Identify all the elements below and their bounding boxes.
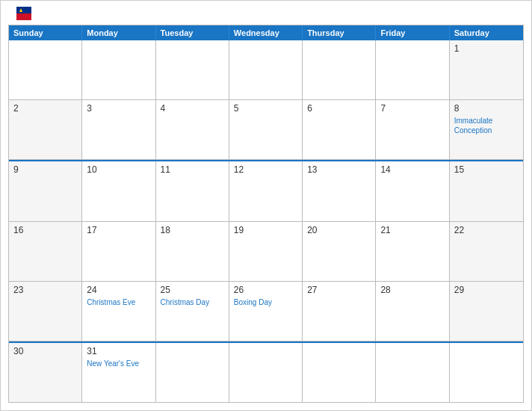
day-number: 2 — [13, 103, 77, 114]
day-header-saturday: Saturday — [450, 25, 523, 40]
day-cell: 23 — [9, 282, 82, 341]
day-header-sunday: Sunday — [9, 25, 82, 40]
day-cell: 11 — [156, 161, 229, 220]
day-number: 25 — [161, 285, 224, 295]
day-cell: 4 — [156, 100, 229, 159]
holiday-label: Christmas Eve — [87, 297, 150, 307]
day-number: 15 — [454, 164, 519, 175]
day-number: 12 — [234, 164, 297, 175]
day-cell — [156, 343, 229, 402]
day-cell: 2 — [9, 100, 82, 159]
day-cell: 30 — [9, 343, 82, 402]
day-cell: 9 — [9, 161, 82, 220]
week-row-3: 16171819202122 — [9, 222, 523, 282]
day-cell: 5 — [229, 100, 303, 159]
logo-flag-icon — [16, 7, 31, 20]
day-cell — [450, 343, 523, 402]
day-cell — [82, 40, 155, 99]
day-number: 1 — [454, 43, 519, 54]
day-headers-row: SundayMondayTuesdayWednesdayThursdayFrid… — [9, 25, 523, 40]
day-cell — [303, 343, 376, 402]
day-cell: 28 — [376, 282, 449, 341]
day-number: 13 — [307, 164, 371, 175]
day-cell: 15 — [450, 161, 523, 220]
day-number: 28 — [380, 285, 444, 295]
day-cell: 29 — [450, 282, 523, 341]
day-number: 3 — [87, 103, 150, 114]
calendar-header — [1, 1, 531, 25]
day-number: 4 — [161, 103, 224, 114]
day-cell: 1 — [450, 40, 523, 99]
day-cell: 24Christmas Eve — [82, 282, 155, 341]
day-number: 22 — [454, 225, 519, 235]
day-header-thursday: Thursday — [303, 25, 376, 40]
svg-rect-0 — [16, 7, 31, 13]
day-cell: 31New Year's Eve — [82, 343, 155, 402]
day-cell: 17 — [82, 222, 155, 281]
day-number: 21 — [380, 225, 444, 235]
day-number: 14 — [380, 164, 444, 175]
day-header-monday: Monday — [82, 25, 155, 40]
svg-rect-1 — [16, 13, 31, 20]
holiday-label: Immaculate Conception — [454, 116, 519, 135]
day-number: 18 — [161, 225, 224, 235]
week-row-0: 1 — [9, 40, 523, 100]
day-cell: 8Immaculate Conception — [450, 100, 523, 159]
day-number: 31 — [87, 346, 150, 356]
day-cell — [376, 343, 449, 402]
day-cell: 21 — [376, 222, 449, 281]
day-cell — [376, 40, 449, 99]
day-cell — [229, 40, 303, 99]
weeks-container: 12345678Immaculate Conception91011121314… — [9, 40, 523, 402]
day-cell: 6 — [303, 100, 376, 159]
day-number: 10 — [87, 164, 150, 175]
day-cell: 7 — [376, 100, 449, 159]
day-number: 9 — [13, 164, 77, 175]
day-number: 23 — [13, 285, 77, 295]
day-cell: 25Christmas Day — [156, 282, 229, 341]
day-cell — [156, 40, 229, 99]
day-cell: 19 — [229, 222, 303, 281]
day-number: 24 — [87, 285, 150, 295]
holiday-label: Christmas Day — [161, 297, 224, 307]
day-cell: 16 — [9, 222, 82, 281]
week-row-1: 2345678Immaculate Conception — [9, 100, 523, 160]
day-cell: 10 — [82, 161, 155, 220]
day-cell — [229, 343, 303, 402]
day-number: 19 — [234, 225, 297, 235]
day-number: 11 — [161, 164, 224, 175]
day-number: 27 — [307, 285, 371, 295]
day-number: 30 — [13, 346, 77, 356]
day-number: 17 — [87, 225, 150, 235]
holiday-label: New Year's Eve — [87, 359, 150, 368]
day-number: 29 — [454, 285, 519, 295]
holiday-label: Boxing Day — [234, 297, 297, 307]
day-cell: 14 — [376, 161, 449, 220]
day-header-wednesday: Wednesday — [229, 25, 303, 40]
day-number: 26 — [234, 285, 297, 295]
day-cell: 20 — [303, 222, 376, 281]
day-cell: 12 — [229, 161, 303, 220]
week-row-4: 2324Christmas Eve25Christmas Day26Boxing… — [9, 282, 523, 342]
week-row-5: 3031New Year's Eve — [9, 342, 523, 402]
day-cell: 3 — [82, 100, 155, 159]
logo — [14, 8, 31, 20]
day-cell — [9, 40, 82, 99]
day-number: 6 — [307, 103, 371, 114]
day-header-friday: Friday — [376, 25, 449, 40]
day-cell: 27 — [303, 282, 376, 341]
day-cell: 18 — [156, 222, 229, 281]
day-number: 16 — [13, 225, 77, 235]
day-cell: 22 — [450, 222, 523, 281]
day-cell: 13 — [303, 161, 376, 220]
calendar-page: SundayMondayTuesdayWednesdayThursdayFrid… — [0, 0, 532, 411]
calendar-grid: SundayMondayTuesdayWednesdayThursdayFrid… — [8, 25, 524, 403]
day-number: 8 — [454, 103, 519, 114]
day-number: 20 — [307, 225, 371, 235]
day-number: 7 — [380, 103, 444, 114]
day-header-tuesday: Tuesday — [156, 25, 229, 40]
week-row-2: 9101112131415 — [9, 160, 523, 221]
day-cell: 26Boxing Day — [229, 282, 303, 341]
day-cell — [303, 40, 376, 99]
day-number: 5 — [234, 103, 297, 114]
